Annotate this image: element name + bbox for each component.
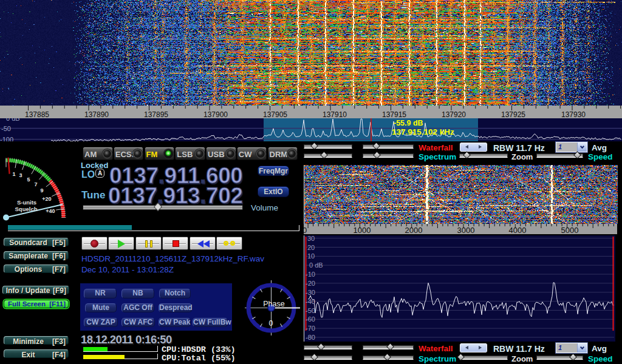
svg-text:-40: -40: [306, 298, 315, 305]
svg-text:1: 1: [12, 171, 15, 177]
svg-text:30: 30: [307, 235, 315, 242]
svg-text:-60: -60: [306, 315, 315, 323]
svg-text:10: 10: [307, 252, 315, 260]
svg-text:0: 0: [269, 319, 273, 328]
svg-text:S-units: S-units: [17, 199, 36, 206]
svg-text:9: 9: [40, 187, 43, 194]
svg-text:Phase: Phase: [263, 300, 284, 308]
svg-text:3: 3: [19, 172, 22, 178]
svg-text:+20: +20: [42, 196, 51, 202]
svg-text:-20: -20: [306, 280, 315, 287]
svg-text:+40: +40: [46, 208, 55, 214]
svg-text:-50: -50: [306, 307, 315, 314]
svg-text:0 dB: 0 dB: [309, 261, 323, 269]
svg-text:Squelch: Squelch: [15, 206, 38, 212]
svg-text:5: 5: [27, 177, 30, 183]
svg-text:-80: -80: [306, 334, 315, 341]
svg-text:7: 7: [34, 181, 37, 187]
svg-text:-30: -30: [306, 289, 315, 296]
svg-text:20: 20: [307, 244, 315, 251]
svg-text:-10: -10: [306, 271, 315, 278]
svg-text:-70: -70: [306, 325, 315, 332]
